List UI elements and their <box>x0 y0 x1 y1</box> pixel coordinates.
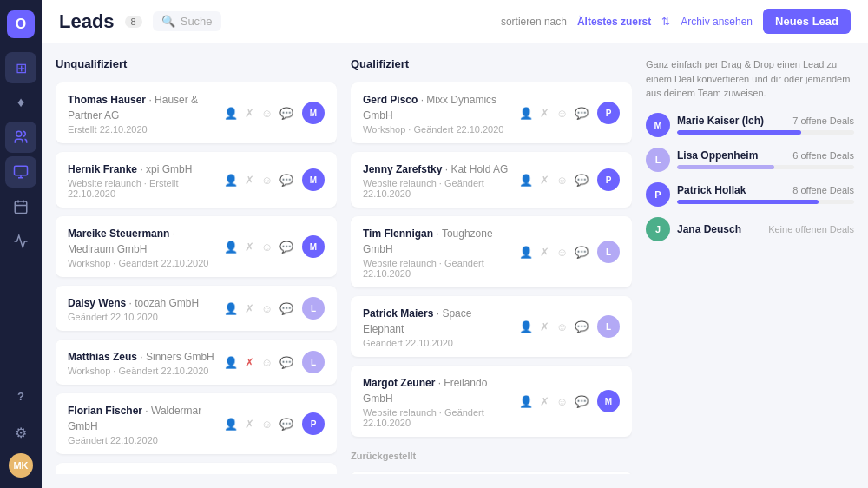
sidebar-icon-settings[interactable]: ⚙ <box>5 417 36 448</box>
card-company: · xpi GmbH <box>140 163 192 175</box>
sort-chevron-icon[interactable]: ⇅ <box>661 16 670 28</box>
card-name: Gerd Pisco <box>363 94 421 106</box>
card-sub: Erstellt 22.10.2020 <box>68 124 215 135</box>
action-task-icon[interactable]: ✗ <box>243 105 256 122</box>
sort-label: sortieren nach <box>501 16 567 28</box>
sidebar-icon-leads[interactable] <box>5 156 36 188</box>
card-avatar: L <box>302 297 325 320</box>
action-note-icon[interactable]: 💬 <box>278 105 295 122</box>
card-company: · Kat Hold AG <box>445 163 509 175</box>
card-sub: Workshop · Geändert 22.10.2020 <box>68 366 215 376</box>
action-task-icon[interactable]: ✗ <box>538 172 551 188</box>
sidebar-icon-deals[interactable] <box>5 226 36 257</box>
team-member-deals-lisa: 6 offene Deals <box>792 150 854 161</box>
action-email-icon[interactable]: ☺ <box>260 300 274 317</box>
lead-card-patrick-maiers[interactable]: Patrick Maiers · Space Elephant Geändert… <box>351 296 632 357</box>
action-note-icon[interactable]: 💬 <box>278 172 295 188</box>
action-task-icon[interactable]: ✗ <box>538 105 551 122</box>
action-task-icon[interactable]: ✗ <box>243 239 256 255</box>
card-actions: 👤 ✗ ☺ 💬 <box>222 239 295 255</box>
action-task-icon[interactable]: ✗ <box>538 319 551 335</box>
action-note-icon[interactable]: 💬 <box>278 416 295 432</box>
action-email-icon[interactable]: ☺ <box>555 244 569 260</box>
card-name: Margot Zeuner <box>363 377 438 389</box>
action-email-icon[interactable]: ☺ <box>260 172 274 188</box>
action-note-icon[interactable]: 💬 <box>573 244 590 260</box>
action-person-icon[interactable]: 👤 <box>222 300 240 317</box>
action-person-icon[interactable]: 👤 <box>222 105 240 122</box>
action-task-icon[interactable]: ✗ <box>243 172 256 188</box>
action-person-icon[interactable]: 👤 <box>517 319 535 335</box>
action-email-icon[interactable]: ☺ <box>260 105 274 122</box>
svg-rect-1 <box>15 166 28 175</box>
lead-card-margot-zeuner[interactable]: Margot Zeuner · Freilando GmbH Website r… <box>351 366 632 437</box>
action-email-icon[interactable]: ☺ <box>260 416 274 432</box>
card-actions: 👤 ✗ ☺ 💬 <box>517 319 590 335</box>
lead-card-matthias-zeus[interactable]: Matthias Zeus · Sinners GmbH Workshop · … <box>56 340 337 385</box>
action-task-icon[interactable]: ✗ <box>243 300 256 317</box>
column-unqualified: Unqualifiziert Thomas Hauser · Hauser & … <box>56 57 337 474</box>
sort-value[interactable]: Ältestes zuerst <box>577 16 651 28</box>
action-note-icon[interactable]: 💬 <box>278 354 295 371</box>
lead-card-florian-fischer[interactable]: Florian Fischer · Waldermar GmbH Geänder… <box>56 393 337 454</box>
content-area: Unqualifiziert Thomas Hauser · Hauser & … <box>42 43 868 488</box>
team-member-patrick: P Patrick Hollak 8 offene Deals <box>646 182 854 207</box>
lead-card-gerd-pisco[interactable]: Gerd Pisco · Mixx Dynamics GmbH Workshop… <box>351 82 632 143</box>
lead-card-leonardo-kern[interactable]: Leonardo Kern · Flugschule Endlingen Geä… <box>351 472 632 474</box>
sidebar-icon-diamond[interactable]: ♦ <box>5 87 36 118</box>
action-email-icon[interactable]: ☺ <box>555 393 569 410</box>
card-actions: 👤 ✗ ☺ 💬 <box>222 172 295 188</box>
action-note-icon[interactable]: 💬 <box>573 319 590 335</box>
sidebar-icon-grid[interactable]: ⊞ <box>5 52 36 83</box>
action-email-icon[interactable]: ☺ <box>260 354 274 371</box>
action-note-icon[interactable]: 💬 <box>573 105 590 122</box>
card-actions: 👤 ✗ ☺ 💬 <box>517 393 590 410</box>
lead-card-tim-flennigan[interactable]: Tim Flennigan · Toughzone GmbH Website r… <box>351 216 632 287</box>
sidebar-logo[interactable]: O <box>7 10 35 38</box>
action-note-icon[interactable]: 💬 <box>573 393 590 410</box>
action-note-icon[interactable]: 💬 <box>573 172 590 188</box>
action-task-icon[interactable]: ✗ <box>538 393 551 410</box>
team-progress-bar-patrick <box>677 200 819 204</box>
action-person-icon[interactable]: 👤 <box>517 393 535 410</box>
action-email-icon[interactable]: ☺ <box>555 319 569 335</box>
card-actions: 👤 ✗ ☺ 💬 <box>222 300 295 317</box>
action-task-icon[interactable]: ✗ <box>243 416 256 432</box>
lead-card-hernik-franke[interactable]: Hernik Franke · xpi GmbH Website relaunc… <box>56 152 337 208</box>
right-panel-hint: Ganz einfach per Drag & Drop einen Lead … <box>646 57 854 101</box>
action-task-icon[interactable]: ✗ <box>243 354 256 371</box>
lead-card-mareike-steuermann[interactable]: Mareike Steuermann · Mediraum GmbH Works… <box>56 216 337 277</box>
card-sub: Website relaunch · Geändert 22.10.2020 <box>363 178 510 199</box>
team-member-deals-patrick: 8 offene Deals <box>792 185 854 195</box>
lead-card-ingrid-lanser[interactable]: Ingrid Lanser · Junke & Partner GmbH Geä… <box>56 463 337 474</box>
card-actions: 👤 ✗ ☺ 💬 <box>222 416 295 432</box>
sidebar-avatar[interactable]: MK <box>9 453 33 478</box>
action-person-icon[interactable]: 👤 <box>517 244 535 260</box>
right-panel: Ganz einfach per Drag & Drop einen Lead … <box>646 57 854 474</box>
action-person-icon[interactable]: 👤 <box>517 105 535 122</box>
action-note-icon[interactable]: 💬 <box>278 300 295 317</box>
header-right: sortieren nach Ältestes zuerst ⇅ Archiv … <box>501 9 851 34</box>
card-company: · Sinners GmbH <box>140 351 214 363</box>
lead-card-daisy-wens[interactable]: Daisy Wens · toozah GmbH Geändert 22.10.… <box>56 286 337 331</box>
card-actions: 👤 ✗ ☺ 💬 <box>517 244 590 260</box>
action-task-icon[interactable]: ✗ <box>538 244 551 260</box>
sidebar-icon-help[interactable]: ? <box>5 380 36 412</box>
lead-card-thomas-hauser[interactable]: Thomas Hauser · Hauser & Partner AG Erst… <box>56 82 337 143</box>
action-person-icon[interactable]: 👤 <box>222 354 240 371</box>
new-lead-button[interactable]: Neues Lead <box>763 9 851 34</box>
action-email-icon[interactable]: ☺ <box>555 105 569 122</box>
action-person-icon[interactable]: 👤 <box>222 239 240 255</box>
action-email-icon[interactable]: ☺ <box>260 239 274 255</box>
search-box[interactable]: 🔍 Suche <box>153 11 221 31</box>
card-name: Daisy Wens <box>68 297 128 309</box>
action-person-icon[interactable]: 👤 <box>517 172 535 188</box>
action-note-icon[interactable]: 💬 <box>278 239 295 255</box>
sidebar-icon-calendar[interactable] <box>5 191 36 222</box>
archiv-button[interactable]: Archiv ansehen <box>681 16 753 28</box>
action-person-icon[interactable]: 👤 <box>222 416 240 432</box>
lead-card-jenny-zarefstky[interactable]: Jenny Zarefstky · Kat Hold AG Website re… <box>351 152 632 208</box>
action-email-icon[interactable]: ☺ <box>555 172 569 188</box>
sidebar-icon-contacts[interactable] <box>5 122 36 153</box>
action-person-icon[interactable]: 👤 <box>222 172 240 188</box>
